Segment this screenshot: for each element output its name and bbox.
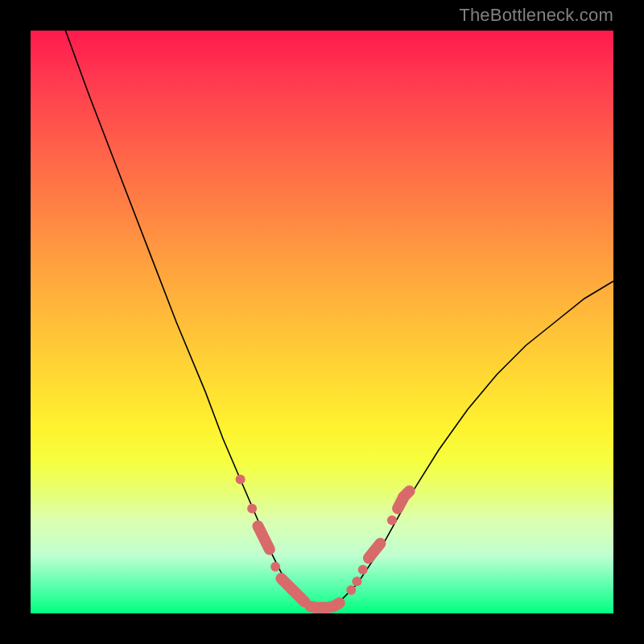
watermark-text: TheBottleneck.com: [459, 5, 613, 26]
chart-background: [31, 31, 613, 613]
